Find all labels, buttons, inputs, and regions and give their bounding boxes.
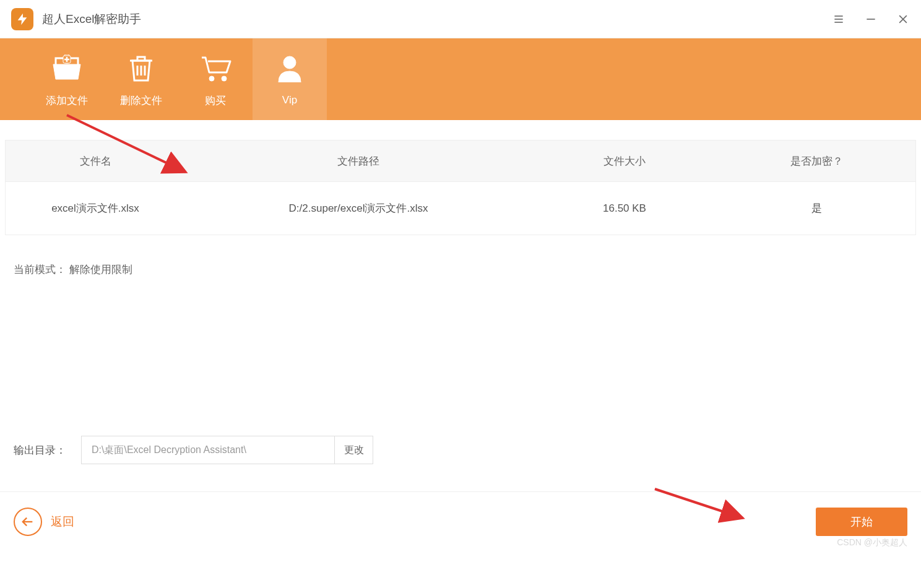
vip-button[interactable]: Vip [253,38,327,120]
header-filesize: 文件大小 [532,154,717,168]
cart-icon [199,51,231,85]
window-controls [832,0,910,38]
change-output-button[interactable]: 更改 [335,436,373,464]
output-directory-row: 输出目录： D:\桌面\Excel Decryption Assistant\ … [14,436,373,464]
watermark-text: CSDN @小奥超人 [837,537,907,548]
header-encrypted: 是否加密？ [717,154,915,168]
table-header-row: 文件名 文件路径 文件大小 是否加密？ [6,141,915,181]
output-path-input[interactable]: D:\桌面\Excel Decryption Assistant\ [81,436,335,464]
cell-filepath: D:/2.super/excel演示文件.xlsx [185,201,532,215]
back-label: 返回 [51,514,74,530]
svg-point-16 [209,76,214,81]
back-arrow-icon [14,508,42,536]
purchase-button[interactable]: 购买 [178,38,253,120]
cell-filename: excel演示文件.xlsx [6,201,185,215]
file-table: 文件名 文件路径 文件大小 是否加密？ excel演示文件.xlsx D:/2.… [5,140,916,235]
app-logo-icon [11,8,33,30]
user-icon [277,52,302,85]
change-output-label: 更改 [344,444,364,457]
start-label: 开始 [850,514,873,529]
footer-bar: 返回 开始 [0,491,921,551]
main-panel: 文件名 文件路径 文件大小 是否加密？ excel演示文件.xlsx D:/2.… [0,120,921,277]
header-filename: 文件名 [6,154,185,168]
toolbar: 添加文件 删除文件 购买 [0,38,921,120]
svg-point-17 [222,76,227,81]
svg-point-18 [283,56,296,69]
title-bar: 超人Excel解密助手 [0,0,921,38]
table-row[interactable]: excel演示文件.xlsx D:/2.super/excel演示文件.xlsx… [6,181,915,235]
menu-icon[interactable] [832,12,845,26]
back-button[interactable]: 返回 [14,508,74,536]
header-filepath: 文件路径 [185,154,532,168]
delete-file-icon [128,51,155,85]
delete-file-label: 删除文件 [120,93,162,108]
vip-label: Vip [282,94,297,106]
start-button[interactable]: 开始 [816,508,907,536]
add-file-button[interactable]: 添加文件 [30,38,104,120]
delete-file-button[interactable]: 删除文件 [104,38,178,120]
mode-label: 当前模式： 解除使用限制 [14,262,916,277]
minimize-icon[interactable] [864,12,878,26]
output-label: 输出目录： [14,443,66,457]
add-file-icon [51,51,83,85]
app-title: 超人Excel解密助手 [42,11,141,27]
cell-encrypted: 是 [717,201,915,215]
cell-filesize: 16.50 KB [532,202,717,215]
close-icon[interactable] [896,12,910,26]
add-file-label: 添加文件 [46,93,88,108]
purchase-label: 购买 [205,93,226,108]
output-path-value: D:\桌面\Excel Decryption Assistant\ [92,444,246,457]
